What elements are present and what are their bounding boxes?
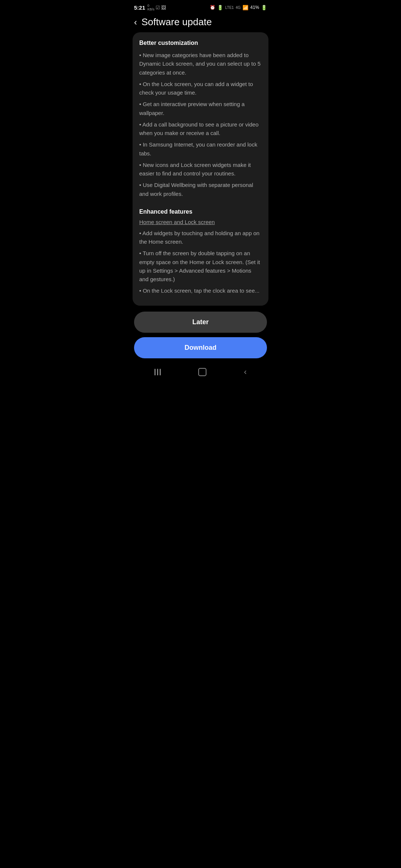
page-header: ‹ Software update xyxy=(128,13,273,32)
later-button[interactable]: Later xyxy=(134,312,267,333)
bullet-3: • Get an interactive preview when settin… xyxy=(139,100,262,117)
lte-label: 4G xyxy=(236,6,241,10)
bullet-5: • In Samsung Internet, you can reorder a… xyxy=(139,140,262,158)
nav-line-1 xyxy=(154,369,156,375)
check-icon: ☑ xyxy=(156,5,160,10)
enhanced-bullet-1: • Add widgets by touching and holding an… xyxy=(139,229,262,246)
enhanced-features-section: Enhanced features Home screen and Lock s… xyxy=(139,208,262,295)
better-customization-heading: Better customization xyxy=(139,40,262,46)
recents-button[interactable] xyxy=(154,369,161,375)
navigation-bar: ‹ xyxy=(128,363,273,383)
status-indicators: 0KB/s ☑ 🖼 xyxy=(147,4,166,11)
battery-percent: 41% xyxy=(250,5,259,10)
section-spacer xyxy=(139,201,262,208)
battery-icon: 🔋 xyxy=(261,5,267,10)
status-left: 5:21 0KB/s ☑ 🖼 xyxy=(134,4,166,11)
home-lock-screen-link[interactable]: Home screen and Lock screen xyxy=(139,219,262,225)
nav-line-2 xyxy=(157,369,158,375)
status-time: 5:21 xyxy=(134,4,145,11)
image-icon: 🖼 xyxy=(161,5,166,10)
bullet-7: • Use Digital Wellbeing with separate pe… xyxy=(139,181,262,198)
alarm-icon: ⏰ xyxy=(210,5,215,10)
network-label: LTE1 xyxy=(225,6,234,10)
update-content-card: Better customization • New image categor… xyxy=(133,32,268,306)
status-right: ⏰ 🔋 LTE1 4G 📶 41% 🔋 xyxy=(210,5,267,10)
action-buttons: Later Download xyxy=(128,306,273,361)
bullet-4: • Add a call background to see a picture… xyxy=(139,120,262,138)
enhanced-bullet-3: • On the Lock screen, tap the clock area… xyxy=(139,286,262,295)
better-customization-section: Better customization • New image categor… xyxy=(139,40,262,198)
signal-icon: 📶 xyxy=(242,5,248,10)
back-nav-button[interactable]: ‹ xyxy=(244,367,247,377)
kb-indicator: 0KB/s xyxy=(147,4,154,11)
bullet-2: • On the Lock screen, you can add a widg… xyxy=(139,80,262,97)
nav-line-3 xyxy=(160,369,161,375)
bullet-6: • New icons and Lock screen widgets make… xyxy=(139,161,262,178)
back-button[interactable]: ‹ xyxy=(134,17,137,27)
bullet-1: • New image categories have been added t… xyxy=(139,51,262,77)
page-title: Software update xyxy=(141,16,212,28)
home-button[interactable] xyxy=(198,368,206,376)
status-bar: 5:21 0KB/s ☑ 🖼 ⏰ 🔋 LTE1 4G 📶 41% 🔋 xyxy=(128,0,273,13)
download-button[interactable]: Download xyxy=(134,337,267,358)
battery-saver-icon: 🔋 xyxy=(217,5,223,10)
enhanced-bullet-2: • Turn off the screen by double tapping … xyxy=(139,249,262,283)
enhanced-features-heading: Enhanced features xyxy=(139,208,262,215)
